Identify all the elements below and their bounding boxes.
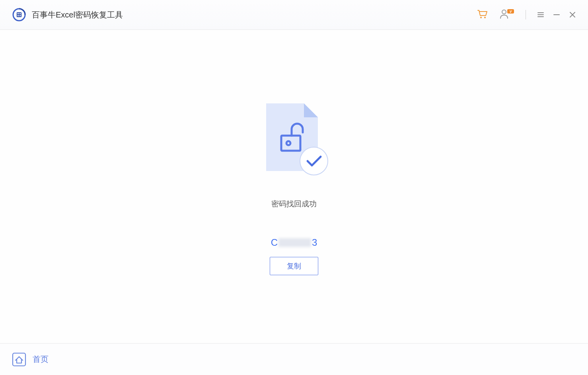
recovered-password: C 3 — [271, 237, 317, 248]
cart-icon[interactable] — [476, 8, 488, 21]
main-content: 密码找回成功 C 3 复制 — [0, 30, 588, 343]
copy-button[interactable]: 复制 — [270, 257, 318, 275]
document-unlocked-icon — [258, 101, 330, 177]
svg-point-6 — [480, 17, 482, 18]
window-controls — [537, 11, 576, 18]
app-title: 百事牛Excel密码恢复工具 — [32, 10, 123, 20]
password-suffix: 3 — [312, 237, 317, 248]
svg-point-19 — [300, 147, 328, 175]
titlebar: 百事牛Excel密码恢复工具 V — [0, 0, 588, 30]
svg-point-8 — [502, 10, 506, 14]
svg-point-7 — [484, 17, 486, 18]
svg-rect-5 — [19, 15, 21, 16]
svg-rect-3 — [19, 13, 21, 14]
svg-rect-2 — [18, 13, 19, 14]
password-masked-region — [278, 238, 311, 247]
footer: 首页 — [0, 343, 588, 375]
svg-rect-20 — [13, 353, 25, 366]
close-icon[interactable] — [569, 11, 576, 18]
home-link[interactable]: 首页 — [11, 352, 49, 367]
password-prefix: C — [271, 237, 278, 248]
menu-icon[interactable] — [537, 11, 544, 18]
success-message: 密码找回成功 — [271, 199, 317, 209]
header-right: V — [476, 8, 576, 21]
svg-rect-4 — [18, 15, 19, 16]
app-logo-icon — [12, 8, 26, 22]
home-icon — [11, 352, 27, 367]
svg-rect-1 — [17, 12, 21, 17]
user-vip-icon[interactable]: V — [499, 8, 514, 21]
home-label: 首页 — [33, 354, 49, 365]
header-divider — [526, 10, 526, 19]
header-left: 百事牛Excel密码恢复工具 — [12, 8, 123, 22]
minimize-icon[interactable] — [553, 11, 560, 18]
